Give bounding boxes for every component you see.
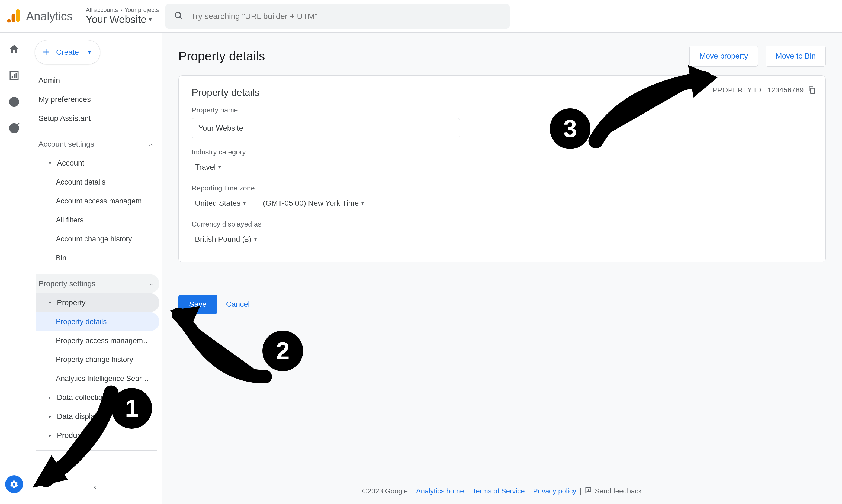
svg-rect-1 (12, 14, 15, 22)
property-name-input[interactable] (192, 118, 460, 138)
feedback-label: Send feedback (595, 487, 642, 495)
property-id-label: PROPERTY ID: (713, 86, 764, 94)
save-button[interactable]: Save (178, 295, 217, 314)
nav-bin[interactable]: Bin (36, 249, 159, 267)
divider (79, 5, 80, 27)
property-details-card: PROPERTY ID: 123456789 Property details … (178, 75, 826, 262)
feedback-icon (584, 486, 592, 496)
field-label: Currency displayed as (192, 220, 812, 229)
save-bar: Save Cancel (178, 295, 826, 314)
nav-sub-label: Data display (57, 412, 99, 421)
header-buttons: Move property Move to Bin (689, 46, 826, 67)
create-button-label: Create (56, 48, 79, 57)
footer-tos[interactable]: Terms of Service (472, 487, 525, 495)
caret-down-icon: ▾ (254, 236, 257, 242)
footer-send-feedback[interactable]: Send feedback (584, 486, 642, 496)
svg-point-2 (7, 19, 11, 23)
create-button[interactable]: Create ▾ (35, 40, 100, 65)
field-property-name: Property name (192, 106, 812, 138)
nav-property-access[interactable]: Property access managem… (36, 331, 159, 350)
dropdown-value: British Pound (£) (195, 235, 251, 244)
property-id-block: PROPERTY ID: 123456789 (713, 86, 816, 94)
footer-privacy[interactable]: Privacy policy (533, 487, 576, 495)
divider (36, 131, 157, 131)
nav-data-display[interactable]: ▸ Data display (36, 407, 159, 426)
svg-line-4 (180, 17, 182, 19)
property-id-value: 123456789 (767, 86, 804, 94)
admin-gear-button[interactable] (5, 475, 23, 493)
nav-account-change-history[interactable]: Account change history (36, 230, 159, 249)
search-input[interactable] (191, 12, 501, 21)
nav-all-filters[interactable]: All filters (36, 211, 159, 230)
search-icon (174, 11, 183, 21)
top-bar: Analytics All accounts › Your projects Y… (0, 0, 842, 33)
caret-down-icon: ▾ (243, 200, 246, 206)
nav-sub-label: Account (57, 159, 84, 167)
divider (36, 450, 157, 451)
caret-right-icon: ▸ (47, 414, 53, 419)
chevron-up-icon: ︿ (149, 281, 154, 287)
advertising-icon[interactable] (8, 122, 20, 135)
chevron-up-icon: ︿ (149, 141, 154, 147)
caret-right-icon: ▸ (47, 395, 53, 400)
page-title: Property details (178, 49, 265, 64)
industry-dropdown[interactable]: Travel ▾ (192, 160, 224, 174)
main-header: Property details Move property Move to B… (178, 46, 826, 67)
nav-setup-assistant[interactable]: Setup Assistant (36, 109, 159, 128)
copy-icon[interactable] (808, 86, 816, 94)
main-content: Property details Move property Move to B… (162, 33, 842, 504)
cancel-button[interactable]: Cancel (226, 300, 250, 309)
collapse-sidebar-button[interactable]: ‹ (88, 480, 102, 493)
analytics-logo-icon (6, 8, 22, 24)
property-selector[interactable]: Your Website ▾ (86, 14, 159, 26)
nav-my-preferences[interactable]: My preferences (36, 90, 159, 109)
move-to-bin-button[interactable]: Move to Bin (766, 46, 826, 67)
country-dropdown[interactable]: United States ▾ (192, 196, 249, 210)
search-box[interactable] (165, 4, 510, 29)
breadcrumb-project: Your projects (124, 6, 159, 14)
currency-dropdown[interactable]: British Pound (£) ▾ (192, 232, 260, 246)
footer: ©2023 Google | Analytics home | Terms of… (178, 475, 826, 504)
nav-analytics-intel[interactable]: Analytics Intelligence Sear… (36, 369, 159, 388)
nav-account-settings[interactable]: Account settings ︿ (36, 135, 159, 154)
caret-right-icon: ▸ (47, 432, 53, 438)
reports-icon[interactable] (8, 70, 20, 83)
nav-account-access[interactable]: Account access managem… (36, 192, 159, 211)
nav-heading-label: Property settings (38, 280, 95, 288)
field-label: Industry category (192, 148, 812, 156)
nav-property-settings[interactable]: Property settings ︿ (36, 274, 159, 293)
nav-account-details[interactable]: Account details (36, 173, 159, 192)
nav-heading-label: Account settings (38, 140, 94, 148)
caret-down-icon: ▾ (218, 164, 221, 170)
dropdown-value: (GMT-05:00) New York Time (263, 199, 359, 208)
nav-sub-label: Property (57, 298, 86, 307)
nav-property[interactable]: ▾ Property (36, 293, 159, 312)
dropdown-value: United States (195, 199, 241, 208)
caret-down-icon: ▾ (47, 160, 53, 166)
annotation-bubble-2: 2 (262, 330, 303, 371)
nav-data-collection[interactable]: ▸ Data collection and modific… (36, 388, 159, 407)
explore-icon[interactable] (8, 96, 20, 109)
logo-block: Analytics (6, 8, 73, 24)
svg-rect-6 (14, 74, 15, 78)
nav-property-details[interactable]: Property details (36, 312, 159, 331)
footer-analytics-home[interactable]: Analytics home (416, 487, 464, 495)
nav-product-links[interactable]: ▸ Product links (36, 426, 159, 445)
caret-down-icon: ▾ (149, 16, 152, 23)
home-icon[interactable] (8, 43, 20, 56)
divider (36, 271, 157, 271)
nav-account[interactable]: ▾ Account (36, 154, 159, 173)
chevron-left-icon: ‹ (93, 481, 97, 492)
move-property-button[interactable]: Move property (689, 46, 758, 67)
nav-property-change-history[interactable]: Property change history (36, 350, 159, 369)
timezone-dropdown[interactable]: (GMT-05:00) New York Time ▾ (260, 196, 367, 210)
footer-copyright: ©2023 Google (362, 487, 408, 495)
svg-point-3 (175, 12, 180, 18)
nav-admin[interactable]: Admin (36, 71, 159, 90)
field-currency: Currency displayed as British Pound (£) … (192, 220, 812, 246)
account-block[interactable]: All accounts › Your projects Your Websit… (86, 6, 159, 26)
caret-down-icon: ▾ (88, 49, 91, 56)
field-label: Property name (192, 106, 812, 114)
breadcrumb: All accounts › Your projects (86, 6, 159, 14)
svg-rect-7 (15, 73, 17, 78)
